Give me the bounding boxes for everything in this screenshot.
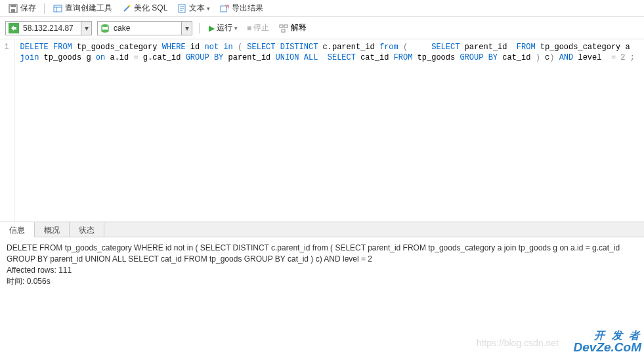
save-button[interactable]: 保存 [5, 1, 39, 15]
main-toolbar: 保存 查询创建工具 美化 SQL 文本 ▾ 导出结果 [0, 0, 644, 17]
run-button[interactable]: ▶ 运行 ▾ [206, 21, 240, 35]
database-dropdown[interactable]: cake ▾ [97, 21, 192, 35]
line-gutter: 1 [0, 39, 15, 222]
run-label: 运行 [217, 22, 232, 33]
database-value: cake [112, 24, 181, 33]
beautify-label: 美化 SQL [134, 3, 167, 14]
watermark-brand: 开 发 者 DevZe.CoM [574, 330, 641, 353]
svg-point-15 [102, 24, 108, 27]
sql-editor[interactable]: 1 DELETE FROM tp_goods_category WHERE id… [0, 39, 644, 222]
text-button[interactable]: 文本 ▾ [174, 1, 213, 15]
tab-status[interactable]: 状态 [70, 222, 104, 237]
svg-rect-17 [280, 25, 283, 28]
tab-info[interactable]: 信息 [0, 222, 35, 237]
text-icon [177, 3, 187, 14]
svg-rect-19 [282, 30, 285, 32]
beautify-sql-button[interactable]: 美化 SQL [119, 1, 170, 15]
svg-rect-2 [11, 9, 15, 12]
tab-profile[interactable]: 概况 [35, 222, 70, 237]
query-builder-button[interactable]: 查询创建工具 [50, 1, 115, 15]
save-label: 保存 [20, 3, 36, 14]
result-tabs: 信息 概况 状态 [0, 222, 644, 237]
stop-label: 停止 [253, 22, 269, 33]
query-builder-label: 查询创建工具 [65, 3, 112, 14]
svg-point-7 [129, 5, 131, 7]
text-label: 文本 [189, 3, 205, 14]
chevron-down-icon: ▾ [234, 25, 238, 31]
connection-icon [6, 23, 22, 33]
host-dropdown[interactable]: 58.132.214.87 ▾ [5, 21, 92, 35]
export-button[interactable]: 导出结果 [217, 1, 266, 15]
database-icon [98, 24, 112, 33]
brand-bottom: DevZe.CoM [574, 342, 641, 353]
watermark-url: https://blog.csdn.net [477, 338, 559, 348]
code-area[interactable]: DELETE FROM tp_goods_category WHERE id n… [15, 39, 644, 222]
output-affected: Affected rows: 111 [7, 265, 637, 276]
svg-line-6 [124, 6, 129, 11]
save-icon [8, 3, 18, 14]
separator [199, 23, 200, 33]
output-query: DELETE FROM tp_goods_category WHERE id n… [7, 243, 637, 265]
wand-icon [121, 3, 132, 14]
export-label: 导出结果 [232, 3, 263, 14]
svg-rect-3 [54, 5, 62, 12]
explain-icon [278, 23, 289, 33]
connection-bar: 58.132.214.87 ▾ cake ▾ ▶ 运行 ▾ ■ 停止 解释 [0, 17, 644, 39]
chevron-down-icon: ▾ [81, 22, 91, 35]
query-builder-icon [53, 3, 63, 14]
stop-icon: ■ [247, 24, 251, 33]
svg-rect-12 [221, 6, 226, 12]
svg-point-16 [102, 30, 108, 32]
run-controls: ▶ 运行 ▾ ■ 停止 解释 [206, 21, 309, 35]
stop-button: ■ 停止 [244, 21, 272, 35]
svg-rect-18 [284, 25, 288, 28]
explain-button[interactable]: 解释 [276, 21, 309, 35]
play-icon: ▶ [209, 24, 215, 33]
explain-label: 解释 [291, 22, 307, 33]
export-icon [219, 3, 230, 14]
chevron-down-icon: ▾ [207, 5, 210, 12]
line-number: 1 [0, 42, 9, 52]
host-value: 58.132.214.87 [22, 24, 81, 33]
separator [44, 3, 45, 14]
svg-rect-1 [11, 5, 16, 7]
chevron-down-icon: ▾ [181, 22, 192, 35]
output-time: 时间: 0.056s [7, 276, 637, 287]
